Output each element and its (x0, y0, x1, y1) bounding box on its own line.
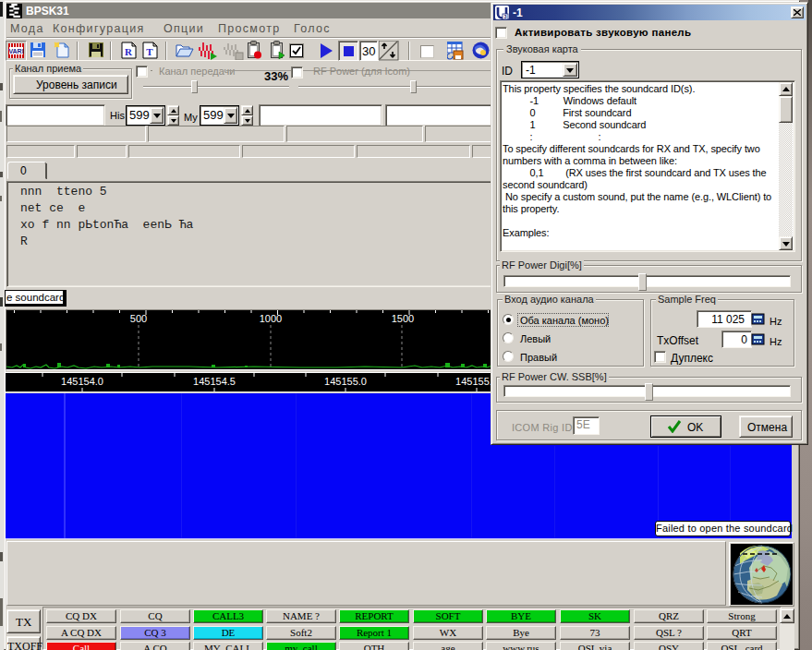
svg-text:VARI: VARI (8, 48, 23, 54)
svg-text:145155.0: 145155.0 (324, 376, 367, 387)
svg-text:145154.0: 145154.0 (61, 376, 103, 387)
svg-text:500: 500 (130, 313, 147, 324)
svg-text:1000: 1000 (260, 313, 282, 324)
svg-text:3: 3 (503, 14, 506, 19)
svg-text:1500: 1500 (392, 313, 414, 324)
svg-text:R: R (125, 46, 133, 57)
svg-text:T: T (146, 46, 153, 57)
svg-text:145154.5: 145154.5 (193, 376, 236, 387)
